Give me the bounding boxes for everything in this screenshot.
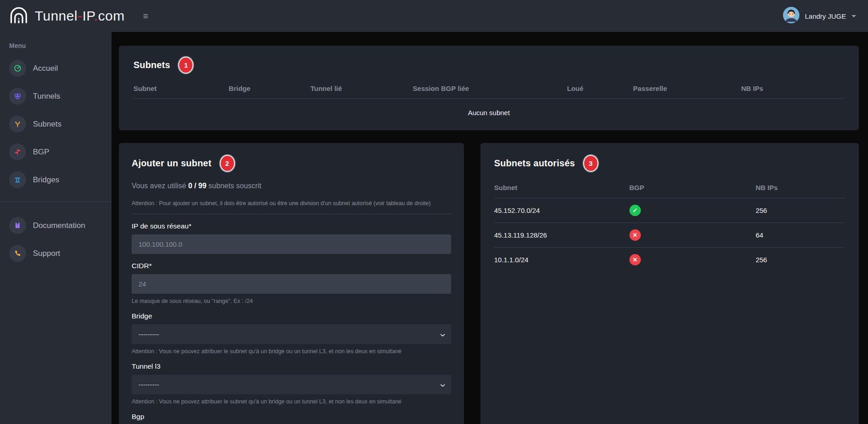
chevron-down-icon	[440, 383, 445, 388]
cidr-field[interactable]	[132, 274, 451, 294]
main-content: Subnets 1 Subnet Bridge Tunnel lié Sessi…	[112, 32, 868, 424]
subnets-card-title: Subnets	[133, 60, 170, 70]
subnets-card: Subnets 1 Subnet Bridge Tunnel lié Sessi…	[119, 46, 859, 130]
bgp-status-icon: ✓	[629, 205, 641, 216]
sidebar: Menu Accueil Tunnels	[0, 32, 112, 424]
brand-logo-area[interactable]: Tunnel-IP.com	[8, 6, 125, 26]
gauge-icon	[9, 60, 26, 77]
branch-icon	[9, 116, 26, 132]
chevron-down-icon	[852, 15, 856, 17]
bgp-select-label: Bgp	[132, 413, 451, 421]
phone-icon	[9, 245, 26, 262]
bridge-select-label: Bridge	[132, 312, 451, 320]
tunnel-help-text: Attention : Vous ne pouvez attribuer le …	[132, 398, 451, 405]
subnets-table-header: Subnet Bridge Tunnel lié Session BGP lié…	[133, 85, 844, 99]
sidebar-item-bgp[interactable]: BGP	[0, 140, 112, 164]
cidr-field-label: CIDR*	[132, 262, 451, 270]
form-divider	[132, 214, 451, 214]
user-avatar	[783, 7, 799, 25]
ip-field[interactable]	[132, 234, 451, 254]
book-icon	[9, 217, 26, 234]
annotation-badge-2: 2	[220, 155, 235, 172]
authorized-subnets-title: Subnets autorisés	[494, 158, 575, 169]
add-subnet-warning: Attention : Pour ajouter un subnet, il d…	[132, 200, 451, 207]
brand-title: Tunnel-IP.com	[35, 8, 125, 24]
sidebar-section-label: Menu	[0, 38, 112, 57]
add-subnet-title: Ajouter un subnet	[132, 158, 212, 169]
tunnel-l3-select[interactable]: ---------	[132, 375, 451, 394]
bridge-select[interactable]: ---------	[132, 324, 451, 344]
sidebar-item-documentation[interactable]: Documentation	[0, 214, 112, 237]
add-subnet-card: Ajouter un subnet 2 Vous avez utilisé 0 …	[119, 143, 464, 424]
bridge-help-text: Attention : Vous ne pouvez attribuer le …	[132, 348, 451, 355]
tunnel-logo-icon	[8, 6, 29, 26]
sidebar-item-tunnels[interactable]: Tunnels	[0, 85, 112, 108]
table-row: 45.13.119.128/26 ✕ 64	[494, 223, 845, 248]
user-name: Landry JUGE	[805, 12, 846, 20]
annotation-badge-3: 3	[583, 155, 598, 172]
user-menu[interactable]: Landry JUGE	[783, 7, 856, 25]
annotation-badge-1: 1	[178, 57, 193, 74]
table-row: 45.152.70.0/24 ✓ 256	[494, 198, 845, 223]
tunnels-icon	[9, 88, 26, 105]
bgp-status-icon: ✕	[629, 254, 641, 265]
ip-field-label: IP de sous réseau*	[132, 222, 451, 230]
authorized-table-header: Subnet BGP NB IPs	[494, 184, 845, 198]
tunnel-select-label: Tunnel l3	[132, 362, 451, 371]
sidebar-item-subnets[interactable]: Subnets	[0, 112, 112, 136]
sidebar-item-support[interactable]: Support	[0, 242, 112, 265]
subnet-usage-text: Vous avez utilisé 0 / 99 subnets souscri…	[132, 182, 451, 190]
bridge-icon	[9, 171, 26, 188]
subnets-empty-message: Aucun subnet	[133, 109, 844, 117]
chevron-down-icon	[440, 333, 445, 338]
table-row: 10.1.1.0/24 ✕ 256	[494, 248, 845, 272]
sidebar-toggle-icon[interactable]: ≡	[143, 11, 149, 21]
sidebar-item-bridges[interactable]: Bridges	[0, 168, 112, 191]
signpost-icon	[9, 143, 26, 160]
top-header: Tunnel-IP.com ≡ Landry JUGE	[0, 0, 868, 32]
authorized-subnets-card: Subnets autorisés 3 Subnet BGP NB IPs 45…	[480, 143, 859, 424]
sidebar-item-accueil[interactable]: Accueil	[0, 57, 112, 80]
cidr-help-text: Le masque de sous réseau, ou "range". Ex…	[132, 298, 451, 304]
bgp-status-icon: ✕	[629, 229, 641, 241]
sidebar-divider	[0, 201, 112, 202]
